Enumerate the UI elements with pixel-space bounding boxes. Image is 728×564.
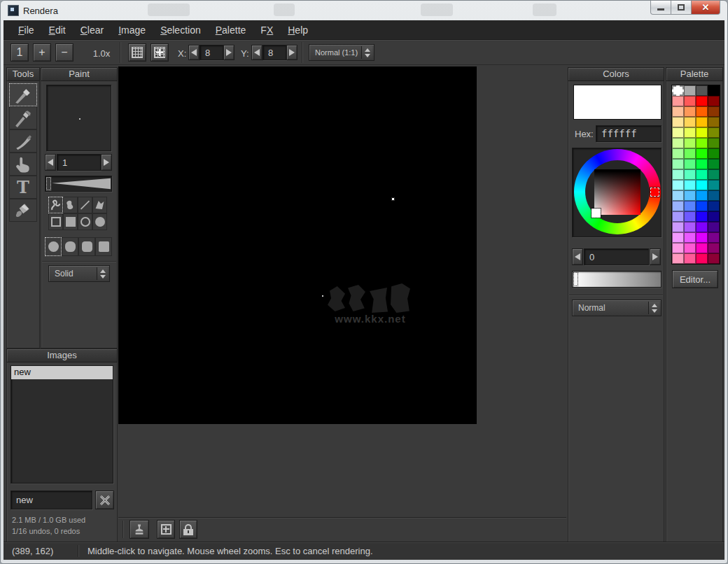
- palette-swatch[interactable]: [684, 169, 696, 180]
- palette-swatch[interactable]: [672, 190, 684, 201]
- palette-swatch[interactable]: [708, 96, 720, 106]
- stroke-oval-filled-button[interactable]: [92, 213, 107, 230]
- sv-marker[interactable]: [592, 209, 601, 218]
- image-list-item[interactable]: new: [11, 366, 113, 379]
- palette-swatch[interactable]: [684, 85, 696, 96]
- delete-image-button[interactable]: [95, 491, 114, 509]
- clone-button[interactable]: [130, 520, 149, 539]
- palette-swatch[interactable]: [696, 159, 708, 169]
- grid-toggle-button[interactable]: [128, 43, 146, 62]
- palette-swatch[interactable]: [684, 190, 696, 201]
- palette-swatch[interactable]: [684, 138, 696, 148]
- palette-swatch[interactable]: [684, 243, 696, 253]
- brush-size-slider[interactable]: [45, 176, 112, 192]
- palette-swatch[interactable]: [672, 201, 684, 211]
- palette-swatch[interactable]: [684, 211, 696, 222]
- palette-swatch[interactable]: [708, 190, 720, 201]
- palette-swatch[interactable]: [696, 253, 708, 264]
- menu-item-edit[interactable]: Edit: [44, 22, 71, 38]
- palette-swatch[interactable]: [684, 159, 696, 169]
- palette-swatch[interactable]: [696, 201, 708, 211]
- grid-y-decrement[interactable]: [251, 45, 262, 60]
- palette-swatch[interactable]: [696, 211, 708, 222]
- origin-button[interactable]: [157, 520, 175, 539]
- palette-swatch[interactable]: [708, 243, 720, 253]
- palette-swatch[interactable]: [708, 159, 720, 169]
- tool-offset-button[interactable]: [9, 153, 37, 176]
- tool-getcolor-button[interactable]: [9, 106, 37, 129]
- grid-x-decrement[interactable]: [188, 45, 200, 60]
- palette-swatch[interactable]: [696, 96, 708, 106]
- trans-slider-handle[interactable]: [573, 272, 578, 286]
- palette-swatch[interactable]: [672, 169, 684, 180]
- brush-size-field[interactable]: [57, 154, 101, 171]
- blend-mode-dropdown[interactable]: Normal: [572, 299, 662, 316]
- palette-swatch[interactable]: [684, 117, 696, 127]
- slider-handle[interactable]: [46, 177, 51, 190]
- palette-swatch[interactable]: [708, 117, 720, 127]
- palette-swatch[interactable]: [708, 232, 720, 243]
- zoom-out-button[interactable]: −: [55, 43, 74, 62]
- trans-increment[interactable]: [650, 248, 661, 265]
- palette-swatch[interactable]: [708, 169, 720, 180]
- zoom-1to1-button[interactable]: 1: [10, 43, 29, 62]
- stroke-freehand-button[interactable]: [48, 197, 63, 213]
- stroke-rect-filled-button[interactable]: [63, 213, 78, 230]
- maximize-button[interactable]: [671, 1, 691, 15]
- edge-soft-round-button[interactable]: [45, 237, 62, 256]
- brush-size-increment[interactable]: [101, 154, 112, 171]
- hue-marker[interactable]: [650, 188, 659, 197]
- hex-input[interactable]: [601, 128, 661, 139]
- menu-item-clear[interactable]: Clear: [76, 22, 108, 38]
- edge-hard-round-button[interactable]: [62, 237, 78, 256]
- image-name-field[interactable]: [10, 491, 92, 509]
- palette-swatch[interactable]: [672, 96, 684, 106]
- saturation-value-square[interactable]: [594, 169, 640, 215]
- palette-swatch[interactable]: [672, 253, 684, 264]
- palette-swatch[interactable]: [672, 138, 684, 148]
- palette-swatch[interactable]: [696, 148, 708, 159]
- minimize-button[interactable]: [650, 1, 671, 15]
- brush-size-input[interactable]: [62, 157, 100, 168]
- palette-swatch[interactable]: [696, 190, 708, 201]
- palette-swatch[interactable]: [696, 138, 708, 148]
- trans-slider[interactable]: [572, 271, 662, 288]
- stroke-line-button[interactable]: [78, 197, 92, 213]
- palette-swatch[interactable]: [708, 85, 720, 96]
- paint-mode-dropdown[interactable]: Solid: [48, 265, 110, 282]
- palette-swatch[interactable]: [672, 148, 684, 159]
- grid-y-input[interactable]: [268, 48, 286, 58]
- palette-swatch[interactable]: [708, 138, 720, 148]
- palette-swatch[interactable]: [672, 222, 684, 232]
- palette-swatch[interactable]: [708, 148, 720, 159]
- palette-swatch[interactable]: [696, 127, 708, 138]
- stroke-polygon-button[interactable]: [92, 197, 107, 213]
- tool-fill-button[interactable]: [9, 199, 37, 222]
- trans-input[interactable]: [589, 252, 648, 262]
- grid-y-field[interactable]: [262, 45, 286, 60]
- palette-swatch[interactable]: [708, 211, 720, 222]
- menu-item-palette[interactable]: Palette: [211, 22, 251, 38]
- stroke-rect-outline-button[interactable]: [48, 213, 63, 230]
- stroke-oval-outline-button[interactable]: [78, 213, 92, 230]
- palette-swatch[interactable]: [684, 106, 696, 117]
- palette-swatch[interactable]: [684, 232, 696, 243]
- image-name-input[interactable]: [16, 495, 92, 505]
- hex-field[interactable]: [596, 125, 662, 142]
- palette-swatch[interactable]: [684, 96, 696, 106]
- palette-swatch[interactable]: [708, 201, 720, 211]
- palette-editor-button[interactable]: Editor...: [672, 270, 718, 288]
- palette-swatch[interactable]: [696, 85, 708, 96]
- menu-item-selection[interactable]: Selection: [155, 22, 206, 38]
- palette-swatch[interactable]: [684, 148, 696, 159]
- palette-swatch[interactable]: [696, 106, 708, 117]
- palette-swatch[interactable]: [696, 243, 708, 253]
- grid-x-field[interactable]: [200, 45, 223, 60]
- grid-x-input[interactable]: [205, 48, 223, 58]
- canvas[interactable]: www.kkx.net: [118, 66, 477, 424]
- menu-item-fx[interactable]: FX: [255, 22, 278, 38]
- stroke-region-button[interactable]: [63, 197, 78, 213]
- brush-size-decrement[interactable]: [45, 154, 56, 171]
- palette-swatch[interactable]: [696, 180, 708, 190]
- palette-swatch[interactable]: [696, 117, 708, 127]
